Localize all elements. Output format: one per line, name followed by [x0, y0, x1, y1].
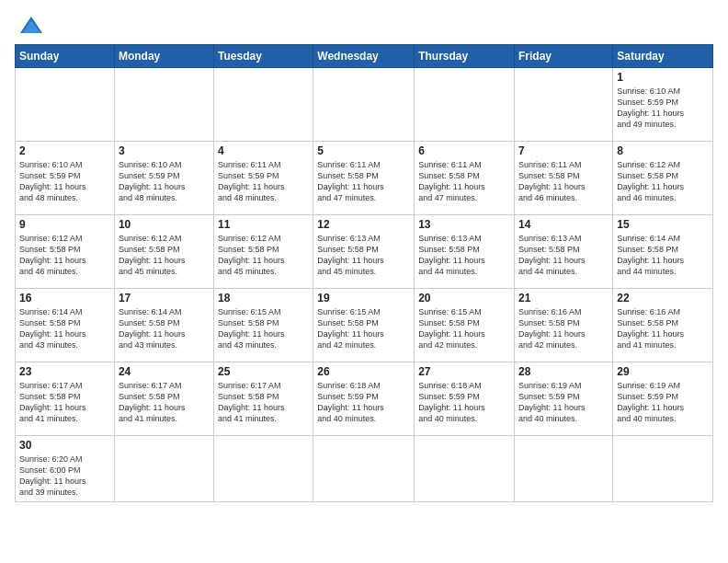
day-info: Sunrise: 6:14 AM Sunset: 5:58 PM Dayligh… [119, 306, 210, 351]
day-number: 16 [19, 292, 110, 304]
calendar-cell: 28Sunrise: 6:19 AM Sunset: 5:59 PM Dayli… [515, 362, 613, 436]
page: SundayMondayTuesdayWednesdayThursdayFrid… [0, 0, 728, 511]
calendar-cell: 1Sunrise: 6:10 AM Sunset: 5:59 PM Daylig… [613, 68, 713, 142]
day-number: 2 [19, 144, 110, 157]
day-number: 8 [617, 144, 709, 157]
day-number: 10 [119, 218, 210, 231]
calendar-cell: 15Sunrise: 6:14 AM Sunset: 5:58 PM Dayli… [613, 215, 713, 289]
calendar-cell [114, 436, 213, 502]
day-number: 19 [317, 292, 410, 304]
calendar-cell: 4Sunrise: 6:11 AM Sunset: 5:59 PM Daylig… [214, 142, 313, 215]
calendar-week-row: 16Sunrise: 6:14 AM Sunset: 5:58 PM Dayli… [16, 289, 713, 362]
day-number: 1 [617, 71, 709, 84]
day-info: Sunrise: 6:10 AM Sunset: 5:59 PM Dayligh… [119, 159, 210, 204]
calendar-cell [313, 436, 415, 502]
calendar-body: 1Sunrise: 6:10 AM Sunset: 5:59 PM Daylig… [16, 68, 713, 502]
day-number: 27 [418, 365, 510, 378]
day-number: 3 [119, 144, 210, 157]
logo-icon [18, 15, 44, 35]
day-info: Sunrise: 6:17 AM Sunset: 5:58 PM Dayligh… [19, 380, 110, 425]
day-info: Sunrise: 6:12 AM Sunset: 5:58 PM Dayligh… [218, 233, 309, 278]
calendar-cell: 30Sunrise: 6:20 AM Sunset: 6:00 PM Dayli… [16, 436, 115, 502]
calendar-cell: 29Sunrise: 6:19 AM Sunset: 5:59 PM Dayli… [613, 362, 713, 436]
weekday-header-thursday: Thursday [415, 45, 515, 68]
day-info: Sunrise: 6:17 AM Sunset: 5:58 PM Dayligh… [218, 380, 309, 425]
day-number: 25 [218, 365, 309, 378]
weekday-header-saturday: Saturday [613, 45, 713, 68]
day-info: Sunrise: 6:12 AM Sunset: 5:58 PM Dayligh… [119, 233, 210, 278]
calendar-cell: 26Sunrise: 6:18 AM Sunset: 5:59 PM Dayli… [313, 362, 415, 436]
calendar-cell [415, 68, 515, 142]
day-number: 21 [518, 292, 609, 304]
calendar-week-row: 9Sunrise: 6:12 AM Sunset: 5:58 PM Daylig… [16, 215, 713, 289]
calendar-week-row: 1Sunrise: 6:10 AM Sunset: 5:59 PM Daylig… [16, 68, 713, 142]
day-info: Sunrise: 6:11 AM Sunset: 5:58 PM Dayligh… [317, 159, 410, 204]
day-info: Sunrise: 6:19 AM Sunset: 5:59 PM Dayligh… [518, 380, 609, 425]
calendar-cell [16, 68, 115, 142]
logo [15, 15, 44, 35]
calendar-week-row: 2Sunrise: 6:10 AM Sunset: 5:59 PM Daylig… [16, 142, 713, 215]
day-number: 12 [317, 218, 410, 231]
calendar-cell: 19Sunrise: 6:15 AM Sunset: 5:58 PM Dayli… [313, 289, 415, 362]
calendar-cell: 9Sunrise: 6:12 AM Sunset: 5:58 PM Daylig… [16, 215, 115, 289]
calendar-cell [214, 68, 313, 142]
day-info: Sunrise: 6:11 AM Sunset: 5:58 PM Dayligh… [518, 159, 609, 204]
logo-area [15, 15, 44, 35]
day-info: Sunrise: 6:15 AM Sunset: 5:58 PM Dayligh… [218, 306, 309, 351]
calendar-cell: 23Sunrise: 6:17 AM Sunset: 5:58 PM Dayli… [16, 362, 115, 436]
day-info: Sunrise: 6:17 AM Sunset: 5:58 PM Dayligh… [119, 380, 210, 425]
day-info: Sunrise: 6:18 AM Sunset: 5:59 PM Dayligh… [317, 380, 410, 425]
calendar-cell [114, 68, 213, 142]
calendar-cell: 10Sunrise: 6:12 AM Sunset: 5:58 PM Dayli… [114, 215, 213, 289]
calendar-cell: 27Sunrise: 6:18 AM Sunset: 5:59 PM Dayli… [415, 362, 515, 436]
weekday-header-tuesday: Tuesday [214, 45, 313, 68]
day-info: Sunrise: 6:11 AM Sunset: 5:59 PM Dayligh… [218, 159, 309, 204]
day-number: 28 [518, 365, 609, 378]
day-info: Sunrise: 6:12 AM Sunset: 5:58 PM Dayligh… [617, 159, 709, 204]
day-number: 24 [119, 365, 210, 378]
day-info: Sunrise: 6:18 AM Sunset: 5:59 PM Dayligh… [418, 380, 510, 425]
day-number: 13 [418, 218, 510, 231]
day-info: Sunrise: 6:20 AM Sunset: 6:00 PM Dayligh… [19, 454, 110, 499]
weekday-header-wednesday: Wednesday [313, 45, 415, 68]
calendar-cell [515, 436, 613, 502]
day-number: 15 [617, 218, 709, 231]
day-number: 7 [518, 144, 609, 157]
day-info: Sunrise: 6:13 AM Sunset: 5:58 PM Dayligh… [518, 233, 609, 278]
day-info: Sunrise: 6:15 AM Sunset: 5:58 PM Dayligh… [317, 306, 410, 351]
day-number: 9 [19, 218, 110, 231]
calendar-cell: 5Sunrise: 6:11 AM Sunset: 5:58 PM Daylig… [313, 142, 415, 215]
day-info: Sunrise: 6:11 AM Sunset: 5:58 PM Dayligh… [418, 159, 510, 204]
day-info: Sunrise: 6:12 AM Sunset: 5:58 PM Dayligh… [19, 233, 110, 278]
calendar-cell: 14Sunrise: 6:13 AM Sunset: 5:58 PM Dayli… [515, 215, 613, 289]
day-info: Sunrise: 6:16 AM Sunset: 5:58 PM Dayligh… [518, 306, 609, 351]
day-number: 17 [119, 292, 210, 304]
calendar-cell [613, 436, 713, 502]
calendar-cell: 21Sunrise: 6:16 AM Sunset: 5:58 PM Dayli… [515, 289, 613, 362]
day-info: Sunrise: 6:13 AM Sunset: 5:58 PM Dayligh… [418, 233, 510, 278]
calendar-cell: 25Sunrise: 6:17 AM Sunset: 5:58 PM Dayli… [214, 362, 313, 436]
day-number: 14 [518, 218, 609, 231]
day-info: Sunrise: 6:14 AM Sunset: 5:58 PM Dayligh… [617, 233, 709, 278]
calendar-cell [415, 436, 515, 502]
calendar-cell: 7Sunrise: 6:11 AM Sunset: 5:58 PM Daylig… [515, 142, 613, 215]
calendar-cell: 18Sunrise: 6:15 AM Sunset: 5:58 PM Dayli… [214, 289, 313, 362]
day-info: Sunrise: 6:14 AM Sunset: 5:58 PM Dayligh… [19, 306, 110, 351]
calendar-cell: 24Sunrise: 6:17 AM Sunset: 5:58 PM Dayli… [114, 362, 213, 436]
calendar-cell: 22Sunrise: 6:16 AM Sunset: 5:58 PM Dayli… [613, 289, 713, 362]
day-info: Sunrise: 6:10 AM Sunset: 5:59 PM Dayligh… [617, 86, 709, 131]
day-number: 11 [218, 218, 309, 231]
header [15, 15, 713, 35]
calendar-cell: 11Sunrise: 6:12 AM Sunset: 5:58 PM Dayli… [214, 215, 313, 289]
day-number: 23 [19, 365, 110, 378]
calendar-cell: 12Sunrise: 6:13 AM Sunset: 5:58 PM Dayli… [313, 215, 415, 289]
weekday-header-monday: Monday [114, 45, 213, 68]
weekday-header-friday: Friday [515, 45, 613, 68]
day-info: Sunrise: 6:19 AM Sunset: 5:59 PM Dayligh… [617, 380, 709, 425]
calendar-cell: 3Sunrise: 6:10 AM Sunset: 5:59 PM Daylig… [114, 142, 213, 215]
calendar-cell: 6Sunrise: 6:11 AM Sunset: 5:58 PM Daylig… [415, 142, 515, 215]
day-number: 29 [617, 365, 709, 378]
day-number: 22 [617, 292, 709, 304]
calendar-cell: 17Sunrise: 6:14 AM Sunset: 5:58 PM Dayli… [114, 289, 213, 362]
calendar-cell: 16Sunrise: 6:14 AM Sunset: 5:58 PM Dayli… [16, 289, 115, 362]
